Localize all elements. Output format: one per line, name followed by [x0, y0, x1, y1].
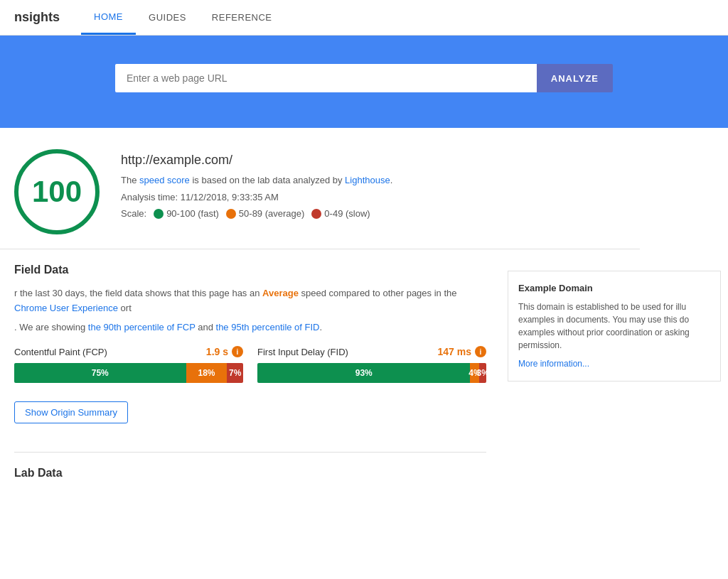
- speed-score-link[interactable]: speed score: [139, 175, 190, 185]
- analyzed-url: http://example.com/: [121, 153, 392, 168]
- lab-data-title: Lab Data: [14, 467, 486, 480]
- fd-desc-middle: speed compared to other pages in the: [299, 288, 457, 298]
- field-data-title: Field Data: [14, 264, 486, 276]
- fcp-bar: 75% 18% 7%: [14, 363, 243, 383]
- analysis-time: Analysis time: 11/12/2018, 9:33:35 AM: [121, 192, 392, 202]
- desc-prefix: The: [121, 175, 139, 185]
- url-input[interactable]: http://example.com/: [115, 64, 537, 92]
- fcp-bar-slow: 7%: [227, 363, 243, 383]
- brand-name: nsights: [14, 10, 60, 25]
- nav-item-reference[interactable]: REFERENCE: [199, 0, 285, 35]
- fcp-header: Contentful Paint (FCP) 1.9 s i: [14, 346, 243, 357]
- analyze-button[interactable]: ANALYZE: [537, 64, 613, 92]
- main-nav: HOME GUIDES REFERENCE: [81, 0, 285, 35]
- domain-more-info-link[interactable]: More information...: [518, 359, 589, 369]
- field-data-desc: r the last 30 days, the field data shows…: [14, 286, 486, 316]
- fcp-info-icon[interactable]: i: [232, 346, 243, 357]
- fcp-bar-fast: 75%: [14, 363, 186, 383]
- metrics-row: Contentful Paint (FCP) 1.9 s i 75% 18% 7…: [14, 346, 486, 383]
- scale-label: Scale:: [121, 208, 146, 219]
- scale-average-dot: 50-89 (average): [226, 208, 305, 220]
- show-origin-summary-button[interactable]: Show Origin Summary: [14, 401, 128, 423]
- fcp-percentile-link[interactable]: the 90th percentile of FCP: [88, 322, 196, 332]
- fid-info-icon[interactable]: i: [475, 346, 486, 357]
- fcp-bar-avg: 18%: [186, 363, 228, 383]
- score-description: The speed score is based on the lab data…: [121, 173, 392, 188]
- score-value: 100: [32, 175, 82, 209]
- score-section: 100 http://example.com/ The speed score …: [0, 128, 640, 249]
- field-data-section: Field Data r the last 30 days, the field…: [14, 264, 486, 438]
- header: nsights HOME GUIDES REFERENCE: [0, 0, 728, 36]
- fid-card: First Input Delay (FID) 147 ms i 93% 4% …: [257, 346, 486, 383]
- left-panel: Field Data r the last 30 days, the field…: [0, 249, 500, 504]
- right-panel: Example Domain This domain is establishe…: [500, 249, 728, 504]
- search-container: http://example.com/ ANALYZE: [115, 64, 613, 92]
- fid-header: First Input Delay (FID) 147 ms i: [257, 346, 486, 357]
- fid-percentile-link[interactable]: the 95th percentile of FID: [216, 322, 320, 332]
- lighthouse-link[interactable]: Lighthouse: [345, 175, 390, 185]
- score-info: http://example.com/ The speed score is b…: [121, 149, 392, 219]
- fcp-card: Contentful Paint (FCP) 1.9 s i 75% 18% 7…: [14, 346, 243, 383]
- fid-bar: 93% 4% 3%: [257, 363, 486, 383]
- main-content: Field Data r the last 30 days, the field…: [0, 249, 728, 504]
- scale-row: Scale: 90-100 (fast) 50-89 (average) 0-4…: [121, 208, 392, 220]
- fd-desc-prefix: r the last 30 days, the field data shows…: [14, 288, 262, 298]
- domain-card-title: Example Domain: [518, 281, 710, 296]
- fid-value: 147 ms i: [438, 346, 486, 357]
- fid-bar-fast: 93%: [257, 363, 470, 383]
- scale-fast-dot: 90-100 (fast): [154, 208, 219, 220]
- separator: [14, 452, 486, 453]
- nav-item-home[interactable]: HOME: [81, 0, 136, 35]
- fid-bar-slow: 3%: [479, 363, 486, 383]
- domain-card-description: This domain is established to be used fo…: [518, 301, 710, 352]
- domain-card: Example Domain This domain is establishe…: [508, 271, 721, 382]
- chrome-ux-link[interactable]: Chrome User Experience: [14, 303, 118, 313]
- avg-label: Average: [262, 288, 299, 298]
- fid-name: First Input Delay (FID): [257, 347, 348, 357]
- fcp-value: 1.9 s i: [206, 346, 243, 357]
- fcp-name: Contentful Paint (FCP): [14, 347, 107, 357]
- nav-item-guides[interactable]: GUIDES: [136, 0, 199, 35]
- scale-slow-dot: 0-49 (slow): [311, 208, 370, 220]
- lab-data-section: Lab Data: [14, 467, 486, 480]
- field-data-sub: . We are showing the 90th percentile of …: [14, 320, 486, 335]
- score-circle: 100: [14, 149, 100, 234]
- hero-section: http://example.com/ ANALYZE: [0, 36, 728, 128]
